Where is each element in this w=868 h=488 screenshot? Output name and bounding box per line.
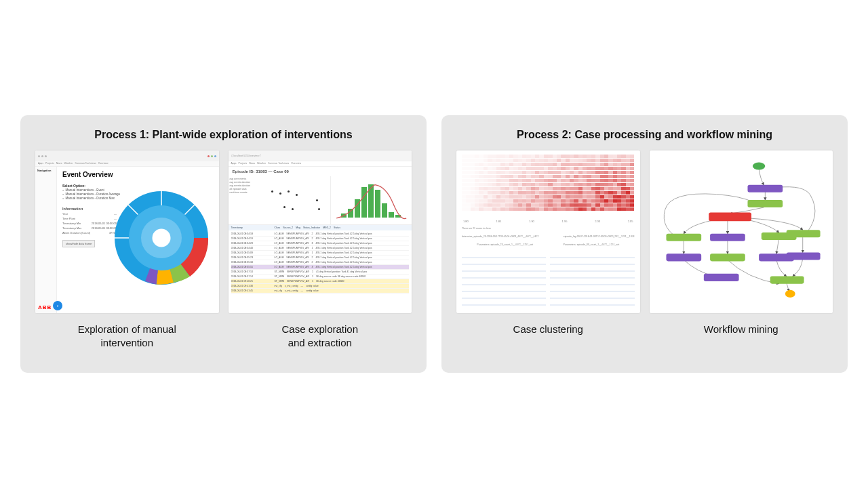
episode-title: Episode ID: 31983 — Case 09 bbox=[229, 167, 412, 176]
svg-rect-17 bbox=[710, 253, 745, 261]
svg-point-8 bbox=[752, 163, 764, 170]
histogram-chart[interactable] bbox=[331, 176, 412, 224]
process-2-title: Process 2: Case processing and workflow … bbox=[456, 129, 833, 141]
svg-rect-13 bbox=[710, 234, 745, 241]
process-1-title: Process 1: Plant-wide exploration of int… bbox=[35, 129, 412, 141]
svg-rect-11 bbox=[709, 212, 751, 221]
thumb-caption: Exploration of manual intervention bbox=[35, 323, 219, 350]
svg-rect-21 bbox=[770, 277, 804, 284]
timeline-grids bbox=[456, 249, 640, 310]
thumb-col-case-exploration: ◻ localhost:5151/overview:7 AppsProjects… bbox=[229, 150, 412, 355]
events-table[interactable]: 2018-06-01 08:34:18LO_ALMSENSPUMPVLV_A/9… bbox=[229, 230, 412, 295]
scatter-chart[interactable]: avg over events avg events duration avg … bbox=[229, 176, 331, 224]
cluster-caption: There are 21 cases in class bbox=[462, 227, 491, 230]
episode-id-right: episode_log-09-07-2018-01-00T12:30:00+00… bbox=[564, 235, 635, 238]
svg-rect-10 bbox=[747, 200, 783, 207]
thumb-col-exploration: AppsProjectsNewsWeatherCommon Tool views… bbox=[35, 150, 219, 355]
thumb-event-overview[interactable]: AppsProjectsNewsWeatherCommon Tool views… bbox=[35, 150, 219, 313]
toggle-dataframe-button[interactable]: show/hide data frame bbox=[62, 240, 95, 247]
info-row: Year— bbox=[62, 212, 117, 216]
thumb-caption: Case clustering bbox=[456, 323, 640, 336]
process-1-panel: Process 1: Plant-wide exploration of int… bbox=[20, 115, 427, 373]
browser-chrome: ◻ localhost:5151/overview:7 bbox=[229, 150, 412, 161]
browser-chrome bbox=[35, 150, 219, 161]
thumb-case-exploration[interactable]: ◻ localhost:5151/overview:7 AppsProjects… bbox=[229, 150, 412, 313]
info-row: Timestamp Min2018-06-01 00:00:00 bbox=[62, 222, 117, 225]
help-badge-icon[interactable]: ‹ bbox=[53, 301, 62, 310]
cluster-heatmap[interactable] bbox=[456, 150, 640, 218]
svg-rect-15 bbox=[786, 230, 820, 237]
thumb-col-clustering: 1.801.851.901.952.002.05 There are 21 ca… bbox=[456, 150, 640, 355]
process-2-thumbs: 1.801.851.901.952.002.05 There are 21 ca… bbox=[456, 150, 833, 355]
timeline-grid-right[interactable] bbox=[550, 253, 634, 306]
thumb-workflow-mining[interactable] bbox=[650, 150, 833, 313]
svg-rect-16 bbox=[666, 253, 701, 261]
workflow-graph[interactable] bbox=[654, 155, 829, 309]
charts-row: avg over events avg events duration avg … bbox=[229, 176, 412, 225]
svg-rect-20 bbox=[703, 274, 738, 281]
svg-rect-19 bbox=[786, 252, 820, 260]
svg-point-3 bbox=[152, 229, 170, 247]
info-row: Time Plant— bbox=[62, 217, 117, 220]
sunburst-chart[interactable] bbox=[111, 187, 212, 289]
process-2-panel: Process 2: Case processing and workflow … bbox=[441, 115, 848, 373]
svg-rect-12 bbox=[666, 234, 701, 241]
nav-label: Navigation bbox=[37, 169, 54, 172]
thumb-case-clustering[interactable]: 1.801.851.901.952.002.05 There are 21 ca… bbox=[456, 150, 640, 313]
bookmarks-bar: AppsProjectsNewsWeatherCommon Tool views… bbox=[35, 161, 219, 167]
info-row: Alarm Duration (Count)37765 bbox=[62, 231, 117, 235]
process-1-thumbs: AppsProjectsNewsWeatherCommon Tool views… bbox=[35, 150, 412, 355]
thumb-caption: Case exploration and extraction bbox=[229, 323, 412, 350]
thumb-caption: Workflow mining bbox=[650, 323, 833, 336]
svg-rect-9 bbox=[747, 185, 783, 192]
brand-logo: ABB bbox=[38, 304, 52, 310]
page-heading: Event Overview bbox=[62, 171, 214, 178]
svg-point-22 bbox=[785, 290, 795, 298]
sidebar: Navigation bbox=[35, 167, 57, 313]
timeline-grid-left[interactable] bbox=[462, 253, 546, 306]
info-row: Timestamp Max2018-09-05 00:00:00 bbox=[62, 226, 117, 230]
thumb-col-workflow: Workflow mining bbox=[650, 150, 833, 355]
heatmap-x-axis: 1.801.851.901.952.002.05 bbox=[456, 218, 640, 224]
episode-id-left: determine_episode_23-2018-09-17T09:45:04… bbox=[462, 235, 538, 238]
